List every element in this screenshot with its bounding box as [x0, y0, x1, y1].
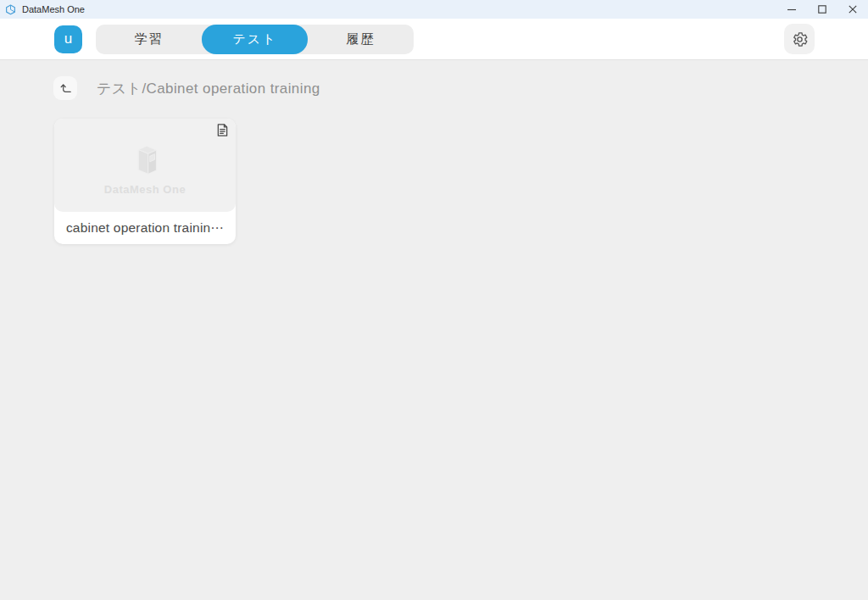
card-title: cabinet operation trainin⋯ — [54, 212, 236, 244]
watermark-text: DataMesh One — [104, 183, 186, 196]
tab-test[interactable]: テスト — [202, 25, 308, 54]
card-thumbnail: DataMesh One — [54, 119, 236, 212]
app-header: u 学習 テスト 履歴 — [0, 19, 868, 60]
close-icon[interactable] — [837, 0, 868, 19]
gear-icon — [791, 31, 809, 48]
tab-group: 学習 テスト 履歴 — [96, 25, 414, 54]
window-controls — [776, 0, 868, 19]
tab-history[interactable]: 履歴 — [308, 25, 414, 54]
app-logo-icon — [5, 4, 16, 15]
arrow-up-back-icon — [58, 81, 73, 96]
datamesh-cube-icon — [127, 143, 163, 179]
titlebar: DataMesh One — [0, 0, 868, 19]
back-button[interactable] — [53, 76, 77, 100]
scenario-card[interactable]: DataMesh One cabinet operation trainin⋯ — [54, 119, 236, 244]
window-title: DataMesh One — [22, 4, 85, 14]
user-avatar[interactable]: u — [54, 25, 82, 53]
document-icon — [214, 122, 231, 138]
settings-button[interactable] — [784, 24, 815, 54]
breadcrumb-path: テスト/Cabinet operation training — [97, 79, 320, 98]
watermark: DataMesh One — [104, 143, 186, 196]
maximize-icon[interactable] — [807, 0, 837, 19]
minimize-icon[interactable] — [776, 0, 807, 19]
breadcrumb: テスト/Cabinet operation training — [53, 76, 320, 100]
tab-learning[interactable]: 学習 — [96, 25, 202, 54]
